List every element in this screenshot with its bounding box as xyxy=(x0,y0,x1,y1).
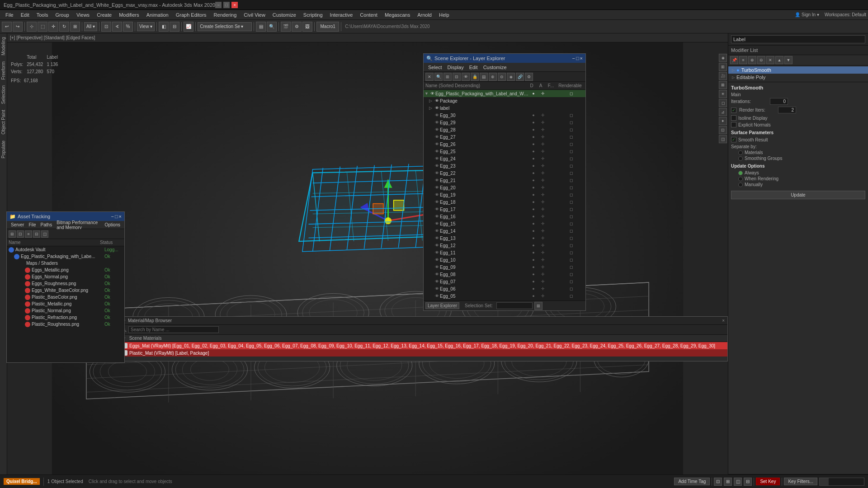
se-eye[interactable]: 👁 xyxy=(434,148,440,155)
at-minimize[interactable]: − xyxy=(111,214,113,219)
se-layer-explorer-btn[interactable]: Layer Explorer xyxy=(425,302,459,309)
mirror-btn[interactable]: ◧ xyxy=(159,22,169,32)
snap-btn[interactable]: ⊡ xyxy=(101,22,111,32)
mod-up-btn[interactable]: ▲ xyxy=(775,56,783,64)
at-tb-btn-2[interactable]: ⊡ xyxy=(17,230,24,238)
menu-help[interactable]: Help xyxy=(435,11,453,19)
undo-btn[interactable]: ↩ xyxy=(2,22,12,32)
quixel-bridge-btn[interactable]: Quixel Bridg... xyxy=(4,478,40,485)
vp-icon-1[interactable]: ◈ xyxy=(719,54,727,62)
se-eye[interactable]: 👁 xyxy=(434,127,440,133)
se-eye[interactable]: 👁 xyxy=(434,257,440,263)
se-tb-btn-2[interactable]: 🔍 xyxy=(434,73,443,81)
se-row-egg-30[interactable]: 👁Egg_30●✛◻ xyxy=(424,112,585,119)
at-row-7[interactable]: Plastic_BaseColor.pngOk xyxy=(7,294,124,300)
menu-tools[interactable]: Tools xyxy=(33,11,52,19)
se-menu-customize[interactable]: Customize xyxy=(481,64,509,71)
at-row-3[interactable]: Eggs_Metallic.pngOk xyxy=(7,267,124,273)
se-row-egg-10[interactable]: 👁Egg_10●✛◻ xyxy=(424,256,585,263)
status-icon-4[interactable]: ⊟ xyxy=(744,478,752,486)
mod-list-btn[interactable]: ≡ xyxy=(739,56,747,64)
at-row-5[interactable]: Eggs_Roughness.pngOk xyxy=(7,280,124,287)
se-row-egg-08[interactable]: 👁Egg_08●✛◻ xyxy=(424,271,585,278)
at-maximize[interactable]: □ xyxy=(115,214,118,219)
close-btn[interactable]: × xyxy=(231,2,238,8)
se-tb-btn-6[interactable]: 🔒 xyxy=(471,73,479,81)
se-menu-edit[interactable]: Edit xyxy=(467,64,481,71)
se-tb-btn-5[interactable]: 👁 xyxy=(462,73,470,81)
menu-interactive[interactable]: Interactive xyxy=(326,11,357,19)
scale-btn[interactable]: ⊞ xyxy=(70,22,80,32)
at-row-4[interactable]: Eggs_Normal.pngOk xyxy=(7,273,124,280)
redo-btn[interactable]: ↪ xyxy=(13,22,23,32)
vp-icon-8[interactable]: ✦ xyxy=(719,117,727,125)
se-row-egg-18[interactable]: 👁Egg_18●✛◻ xyxy=(424,198,585,206)
se-eye[interactable]: 👁 xyxy=(434,271,440,277)
render-iters-input[interactable] xyxy=(778,107,796,113)
vp-icon-5[interactable]: ☀ xyxy=(719,90,727,98)
se-row-egg-15[interactable]: 👁Egg_15●✛◻ xyxy=(424,220,585,227)
se-row-label[interactable]: ▷ 👁 label xyxy=(424,104,585,112)
menu-edit[interactable]: Edit xyxy=(17,11,33,19)
macro-btn[interactable]: Macro1 xyxy=(316,22,339,32)
at-menu-server[interactable]: Server xyxy=(9,222,26,228)
at-row-9[interactable]: Plastic_Normal.pngOk xyxy=(7,307,124,314)
se-row-egg-09[interactable]: 👁Egg_09●✛◻ xyxy=(424,263,585,271)
vp-icon-6[interactable]: ◻ xyxy=(719,99,727,107)
menu-civil-view[interactable]: Civil View xyxy=(240,11,269,19)
se-row-egg-24[interactable]: 👁Egg_24●✛◻ xyxy=(424,155,585,162)
set-key-btn[interactable]: Set Key xyxy=(756,478,780,485)
scene-explorer-controls[interactable]: − □ × xyxy=(572,56,583,61)
sidebar-selection[interactable]: Selection xyxy=(0,83,7,107)
se-row-package[interactable]: ▷ 👁 Package xyxy=(424,97,585,104)
se-row-egg-06[interactable]: 👁Egg_06●✛◻ xyxy=(424,285,585,292)
se-row-egg-26[interactable]: 👁Egg_26●✛◻ xyxy=(424,141,585,148)
at-row-0[interactable]: Autodesk VaultLogg... xyxy=(7,246,124,253)
se-tb-btn-11[interactable]: 🔗 xyxy=(516,73,524,81)
se-maximize[interactable]: □ xyxy=(576,56,579,61)
se-eye[interactable]: 👁 xyxy=(434,163,440,169)
percent-snap-btn[interactable]: % xyxy=(123,22,133,32)
se-tb-btn-8[interactable]: ⊕ xyxy=(489,73,497,81)
se-eye[interactable]: 👁 xyxy=(434,184,440,191)
se-eye[interactable]: 👁 xyxy=(434,199,440,205)
se-menu-display[interactable]: Display xyxy=(445,64,467,71)
vp-icon-7[interactable]: ⊿ xyxy=(719,108,727,116)
se-eye[interactable]: 👁 xyxy=(434,293,440,299)
select-btn[interactable]: ⊹ xyxy=(27,22,37,32)
materials-radio[interactable] xyxy=(738,150,743,155)
se-footer-btn-1[interactable]: ⊞ xyxy=(534,302,542,310)
render-frame-btn[interactable]: 🖼 xyxy=(302,22,312,32)
se-tb-btn-9[interactable]: ⊖ xyxy=(498,73,506,81)
at-menu-file[interactable]: File xyxy=(26,222,38,228)
se-row-egg-28[interactable]: 👁Egg_28●✛◻ xyxy=(424,126,585,133)
menu-content[interactable]: Content xyxy=(356,11,381,19)
se-eye[interactable]: 👁 xyxy=(434,235,440,241)
mod-pin-btn[interactable]: 📌 xyxy=(730,56,738,64)
se-row-egg-19[interactable]: 👁Egg_19●✛◻ xyxy=(424,191,585,198)
add-time-tag-btn[interactable]: Add Time Tag xyxy=(674,478,710,485)
at-row-10[interactable]: Plastic_Refraction.pngOk xyxy=(7,314,124,321)
se-tb-btn-12[interactable]: ⚙ xyxy=(525,73,533,81)
at-menu-options[interactable]: Options xyxy=(103,222,123,228)
se-row-egg-11[interactable]: 👁Egg_11●✛◻ xyxy=(424,249,585,256)
se-eye[interactable]: 👁 xyxy=(434,228,440,234)
vp-icon-10[interactable]: ◫ xyxy=(719,135,727,143)
smoothing-groups-radio[interactable] xyxy=(738,156,743,161)
se-row-root[interactable]: ▼ 👁 Egg_Plastic_Packaging_with_Label_and… xyxy=(424,90,585,97)
se-eye[interactable]: 👁 xyxy=(434,264,440,270)
se-eye[interactable]: 👁 xyxy=(434,221,440,227)
se-row-egg-05[interactable]: 👁Egg_05●✛◻ xyxy=(424,292,585,300)
se-eye[interactable]: 👁 xyxy=(434,249,440,256)
se-row-egg-23[interactable]: 👁Egg_23●✛◻ xyxy=(424,162,585,169)
key-filters-btn[interactable]: Key Filters... xyxy=(784,478,817,485)
explicit-normals-checkbox[interactable] xyxy=(731,122,736,127)
sidebar-freeform[interactable]: Freeform xyxy=(0,59,7,83)
render-setup-btn[interactable]: ⚙ xyxy=(292,22,302,32)
update-button[interactable]: Update xyxy=(731,191,865,199)
se-eye[interactable]: 👁 xyxy=(434,286,440,292)
se-eye[interactable]: 👁 xyxy=(434,192,440,198)
status-icon-2[interactable]: ⊞ xyxy=(724,478,732,486)
at-tb-btn-4[interactable]: ⊟ xyxy=(33,230,40,238)
at-tb-btn-5[interactable]: ◫ xyxy=(41,230,48,238)
